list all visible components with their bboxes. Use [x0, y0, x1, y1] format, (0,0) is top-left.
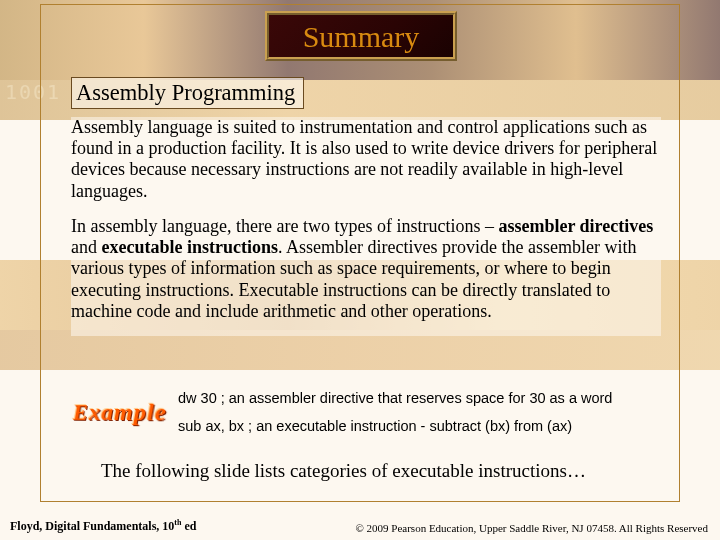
section-heading: Assembly Programming: [71, 77, 304, 109]
content-frame: Summary Assembly Programming Assembly la…: [40, 4, 680, 502]
example-graphic: Example: [73, 399, 167, 427]
text-run: and: [71, 237, 102, 257]
bold-term: assembler directives: [498, 216, 653, 236]
slide-title: Summary: [265, 11, 457, 61]
example-line-2: sub ax, bx ; an executable instruction -…: [178, 413, 612, 441]
example-line-1: dw 30 ; an assembler directive that rese…: [178, 385, 612, 413]
footer: Floyd, Digital Fundamentals, 10th ed © 2…: [0, 512, 720, 540]
text-run: In assembly language, there are two type…: [71, 216, 498, 236]
example-lines: dw 30 ; an assembler directive that rese…: [178, 385, 612, 440]
footer-left: Floyd, Digital Fundamentals, 10th ed: [10, 518, 196, 534]
body-text: Assembly language is suited to instrumen…: [71, 117, 661, 336]
example-block: Example dw 30 ; an assembler directive t…: [71, 385, 661, 440]
slide: 1001 Summary Assembly Programming Assemb…: [0, 0, 720, 540]
paragraph-1: Assembly language is suited to instrumen…: [71, 117, 661, 202]
paragraph-2: In assembly language, there are two type…: [71, 216, 661, 322]
footer-right: © 2009 Pearson Education, Upper Saddle R…: [355, 522, 708, 534]
footer-left-text2: ed: [181, 519, 196, 533]
follow-text: The following slide lists categories of …: [101, 460, 586, 482]
bold-term: executable instructions: [102, 237, 278, 257]
footer-left-text: Floyd, Digital Fundamentals, 10: [10, 519, 174, 533]
